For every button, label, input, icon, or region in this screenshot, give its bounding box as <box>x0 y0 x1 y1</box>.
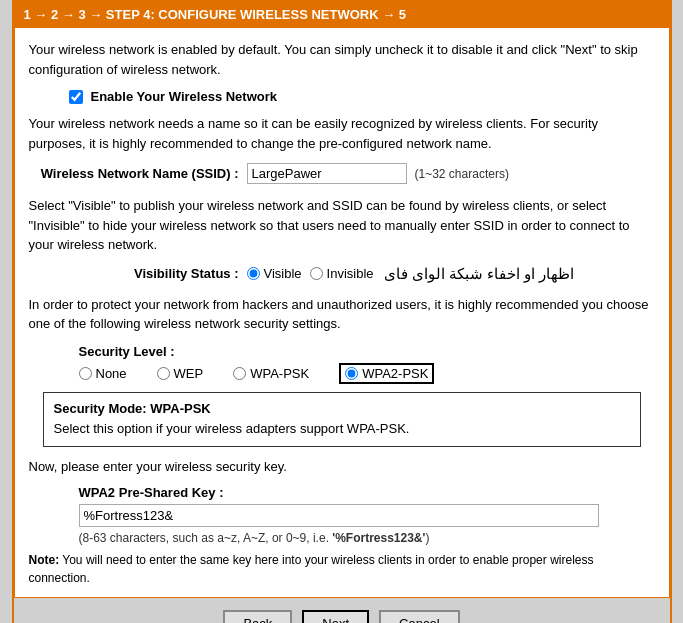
arabic-visibility-text: اظهار او اخفاء شبکة الوای فای <box>384 265 575 283</box>
psk-note: Note: You will need to enter the same ke… <box>29 551 655 587</box>
security-wep-option[interactable]: WEP <box>157 366 204 381</box>
visible-radio[interactable] <box>247 267 260 280</box>
security-wpapsk-option[interactable]: WPA-PSK <box>233 366 309 381</box>
enable-wireless-checkbox[interactable] <box>69 90 83 104</box>
security-mode-box: Security Mode: WPA-PSK Select this optio… <box>43 392 641 448</box>
wep-radio[interactable] <box>157 367 170 380</box>
psk-label: WPA2 Pre-Shared Key : <box>79 485 655 500</box>
psk-intro-text: Now, please enter your wireless security… <box>29 457 655 477</box>
security-wpa2psk-option[interactable]: WPA2-PSK <box>339 363 434 384</box>
wpapsk-label: WPA-PSK <box>250 366 309 381</box>
enable-checkbox-row: Enable Your Wireless Network <box>69 89 655 104</box>
enable-wireless-label: Enable Your Wireless Network <box>91 89 278 104</box>
wpa2psk-radio[interactable] <box>345 367 358 380</box>
security-level-label: Security Level : <box>79 344 655 359</box>
invisible-radio[interactable] <box>310 267 323 280</box>
ssid-section-text: Your wireless network needs a name so it… <box>29 114 655 153</box>
security-section-text: In order to protect your network from ha… <box>29 295 655 334</box>
security-none-option[interactable]: None <box>79 366 127 381</box>
cancel-button[interactable]: Cancel <box>379 610 459 623</box>
ssid-input[interactable] <box>247 163 407 184</box>
ssid-label: Wireless Network Name (SSID) : <box>29 166 239 181</box>
button-row: Back Next Cancel <box>14 598 670 623</box>
visibility-label: Visibility Status : <box>29 266 239 281</box>
step-header: 1 → 2 → 3 → STEP 4: CONFIGURE WIRELESS N… <box>14 2 670 27</box>
ssid-hint: (1~32 characters) <box>415 167 509 181</box>
visibility-invisible-option[interactable]: Invisible <box>310 266 374 281</box>
visible-label: Visible <box>264 266 302 281</box>
psk-input-row <box>79 504 655 527</box>
visibility-visible-option[interactable]: Visible <box>247 266 302 281</box>
visibility-section-text: Select "Visible" to publish your wireles… <box>29 196 655 255</box>
psk-input[interactable] <box>79 504 599 527</box>
psk-hint: (8-63 characters, such as a~z, A~Z, or 0… <box>79 531 655 545</box>
next-button[interactable]: Next <box>302 610 369 623</box>
ssid-field-row: Wireless Network Name (SSID) : (1~32 cha… <box>29 163 655 184</box>
wep-label: WEP <box>174 366 204 381</box>
visibility-radio-group: Visible Invisible <box>247 266 374 281</box>
wpapsk-radio[interactable] <box>233 367 246 380</box>
security-radio-row: None WEP WPA-PSK WPA2-PSK <box>79 363 655 384</box>
visibility-row: Visibility Status : Visible Invisible اظ… <box>29 265 655 283</box>
invisible-label: Invisible <box>327 266 374 281</box>
none-radio[interactable] <box>79 367 92 380</box>
security-mode-title: Security Mode: WPA-PSK <box>54 399 630 420</box>
back-button[interactable]: Back <box>223 610 292 623</box>
wpa2psk-label: WPA2-PSK <box>362 366 428 381</box>
security-mode-desc: Select this option if your wireless adap… <box>54 419 630 440</box>
intro-description: Your wireless network is enabled by defa… <box>29 40 655 79</box>
header-text: 1 → 2 → 3 → STEP 4: CONFIGURE WIRELESS N… <box>24 7 407 22</box>
none-label: None <box>96 366 127 381</box>
